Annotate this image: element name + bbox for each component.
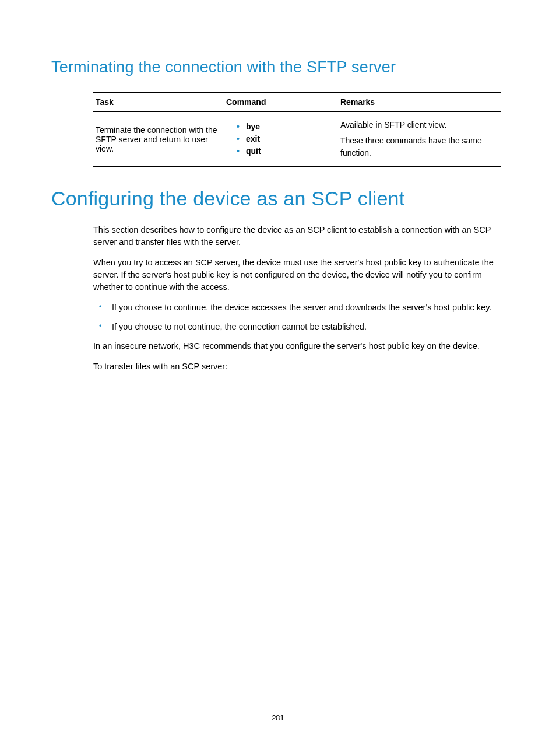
td-remarks: Available in SFTP client view. These thr…	[338, 112, 501, 167]
body-paragraph: When you try to access an SCP server, th…	[93, 257, 501, 293]
section-heading-terminating: Terminating the connection with the SFTP…	[51, 58, 505, 76]
th-remarks: Remarks	[338, 92, 501, 112]
body-paragraph: To transfer files with an SCP server:	[93, 360, 501, 373]
table-header-row: Task Command Remarks	[93, 92, 501, 112]
body-paragraph: This section describes how to configure …	[93, 224, 501, 249]
th-command: Command	[224, 92, 338, 112]
th-task: Task	[93, 92, 224, 112]
body-bullet-item: If you choose to continue, the device ac…	[93, 302, 501, 314]
remarks-line: Available in SFTP client view.	[340, 119, 495, 131]
body-content: This section describes how to configure …	[93, 224, 501, 373]
td-command: bye exit quit	[224, 112, 338, 167]
cmd-item: quit	[237, 145, 332, 158]
remarks-line: These three commands have the same funct…	[340, 135, 495, 159]
main-heading-scp-client: Configuring the device as an SCP client	[51, 187, 505, 210]
page-number: 281	[0, 713, 556, 722]
table-row: Terminate the connection with the SFTP s…	[93, 112, 501, 167]
td-task: Terminate the connection with the SFTP s…	[93, 112, 224, 167]
body-bullet-item: If you choose to not continue, the conne…	[93, 321, 501, 333]
command-list: bye exit quit	[226, 121, 332, 158]
body-paragraph: In an insecure network, H3C recommends t…	[93, 340, 501, 352]
cmd-item: exit	[237, 133, 332, 145]
body-bullet-list: If you choose to continue, the device ac…	[93, 302, 501, 333]
command-table: Task Command Remarks Terminate the conne…	[93, 92, 501, 167]
cmd-item: bye	[237, 121, 332, 133]
